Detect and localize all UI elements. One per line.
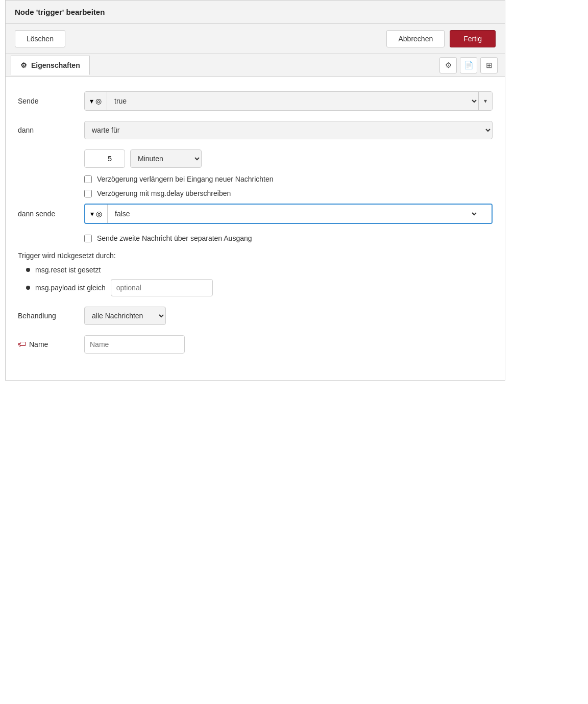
- name-row: 🏷 Name: [18, 335, 493, 354]
- dialog-title: Node 'trigger' bearbeiten: [15, 8, 105, 16]
- tab-icons: ⚙ 📄 ⊞: [437, 54, 500, 77]
- reset-section: Trigger wird rückgesetzt durch: msg.rese…: [18, 252, 493, 296]
- behandlung-row: Behandlung alle Nachrichten erste Nachri…: [18, 307, 493, 325]
- toolbar: Löschen Abbrechen Fertig: [6, 24, 505, 54]
- checkbox2-label: Verzögerung mit msg.delay überschreiben: [97, 189, 231, 197]
- content: Sende ▾ ◎ true ▾ dann warte fü: [6, 77, 505, 380]
- sende-circle-icon: ◎: [95, 97, 102, 105]
- dann-sende-arrow-icon: ▾: [90, 210, 94, 218]
- tab-properties[interactable]: Eigenschaften: [11, 56, 90, 75]
- number-time-row: 5 Minuten Sekunden Stunden: [84, 149, 493, 168]
- sende-arrow-icon: ▾: [90, 97, 93, 105]
- dann-sende-select[interactable]: false: [108, 205, 478, 223]
- bullet1-text: msg.reset ist gesetzt: [35, 266, 101, 274]
- sende-field: ▾ ◎ true ▾: [84, 91, 493, 111]
- checkbox3-row: Sende zweite Nachricht über separaten Au…: [84, 234, 493, 242]
- behandlung-field: alle Nachrichten erste Nachricht letzte …: [84, 307, 493, 325]
- checkbox3-label: Sende zweite Nachricht über separaten Au…: [97, 234, 252, 242]
- time-unit-select[interactable]: Minuten Sekunden Stunden: [130, 149, 202, 168]
- tab-icon-doc[interactable]: 📄: [460, 57, 477, 73]
- name-field: [84, 335, 493, 354]
- bullet-dot-2: [26, 286, 30, 290]
- dialog: Node 'trigger' bearbeiten Löschen Abbrec…: [5, 0, 505, 381]
- checkbox1-label: Verzögerung verlängern bei Eingang neuer…: [97, 175, 274, 183]
- dann-sende-field: ▾ ◎ false ▾: [84, 204, 493, 224]
- bullet-item-2: msg.payload ist gleich: [26, 279, 493, 296]
- checkbox-second-output[interactable]: [84, 235, 92, 242]
- done-button[interactable]: Fertig: [450, 30, 496, 47]
- tab-icon-grid[interactable]: ⊞: [480, 57, 498, 73]
- checkbox2-row: Verzögerung mit msg.delay überschreiben: [84, 189, 493, 197]
- dann-sende-select-wrapper[interactable]: ▾ ◎ false ▾: [84, 204, 493, 224]
- properties-gear-icon: [20, 61, 27, 69]
- sende-label: Sende: [18, 97, 84, 105]
- dann-row: dann warte für: [18, 121, 493, 139]
- checkbox-override-delay[interactable]: [84, 190, 92, 197]
- dann-sende-prefix[interactable]: ▾ ◎: [85, 205, 108, 223]
- tab-properties-label: Eigenschaften: [31, 61, 80, 69]
- sende-select[interactable]: true: [107, 92, 478, 110]
- name-label-wrapper: 🏷 Name: [18, 340, 84, 349]
- delete-button[interactable]: Löschen: [15, 30, 65, 47]
- sende-select-wrapper[interactable]: ▾ ◎ true ▾: [84, 91, 493, 111]
- optional-input[interactable]: [111, 279, 213, 296]
- dann-label: dann: [18, 126, 84, 134]
- bullet2-prefix: msg.payload ist gleich: [35, 284, 106, 292]
- behandlung-label: Behandlung: [18, 312, 84, 320]
- checkbox1-row: Verzögerung verlängern bei Eingang neuer…: [84, 175, 493, 183]
- dann-sende-row: dann sende ▾ ◎ false ▾: [18, 204, 493, 224]
- sende-dropdown-arrow[interactable]: ▾: [478, 92, 492, 110]
- dann-field: warte für: [84, 121, 493, 139]
- name-label: Name: [29, 340, 48, 348]
- tabs-bar: Eigenschaften ⚙ 📄 ⊞: [6, 54, 505, 77]
- dann-sende-label: dann sende: [18, 210, 84, 218]
- tab-icon-gear[interactable]: ⚙: [439, 57, 457, 73]
- title-bar: Node 'trigger' bearbeiten: [6, 1, 505, 24]
- tag-icon: 🏷: [18, 340, 26, 349]
- dann-select[interactable]: warte für: [84, 121, 493, 139]
- name-input[interactable]: [84, 335, 185, 354]
- bullet-item-1: msg.reset ist gesetzt: [26, 266, 493, 274]
- dann-sende-circle-icon: ◎: [96, 210, 102, 218]
- bullet-dot-1: [26, 268, 30, 272]
- checkbox-extend-delay[interactable]: [84, 175, 92, 183]
- dann-sende-dropdown-arrow[interactable]: ▾: [478, 205, 492, 223]
- cancel-button[interactable]: Abbrechen: [386, 30, 445, 47]
- bullet-list: msg.reset ist gesetzt msg.payload ist gl…: [26, 266, 493, 296]
- sende-prefix[interactable]: ▾ ◎: [85, 92, 107, 110]
- duration-input[interactable]: 5: [84, 149, 125, 168]
- toolbar-right: Abbrechen Fertig: [386, 30, 496, 47]
- behandlung-select[interactable]: alle Nachrichten erste Nachricht letzte …: [84, 307, 166, 325]
- reset-title: Trigger wird rückgesetzt durch:: [18, 252, 493, 260]
- sende-row: Sende ▾ ◎ true ▾: [18, 91, 493, 111]
